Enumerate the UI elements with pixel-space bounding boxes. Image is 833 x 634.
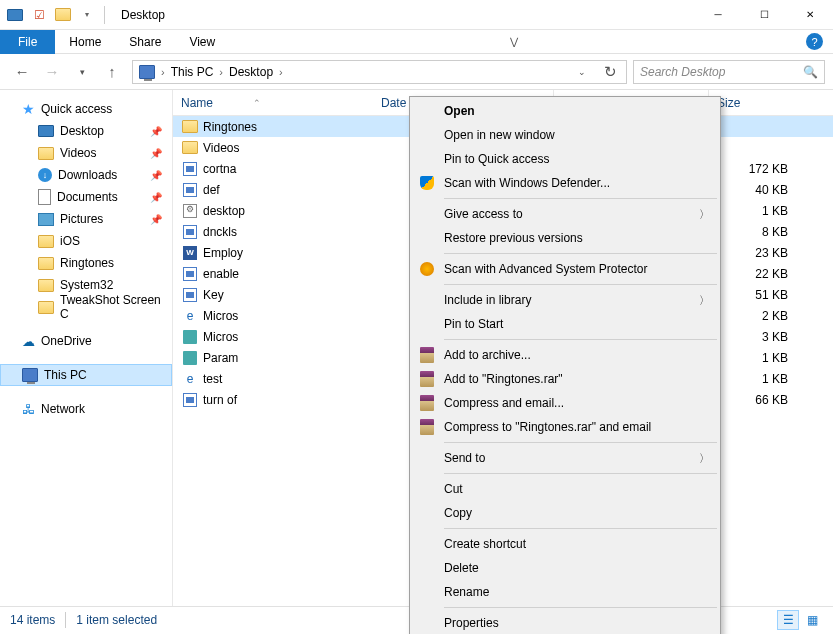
cm-add-ringtones-rar[interactable]: Add to "Ringtones.rar": [412, 367, 718, 391]
cm-open-new-window[interactable]: Open in new window: [412, 123, 718, 147]
crumb-icon[interactable]: [135, 65, 159, 79]
ribbon-expand-icon[interactable]: ⋁: [510, 36, 518, 47]
forward-button[interactable]: →: [38, 60, 66, 84]
cm-create-shortcut[interactable]: Create shortcut: [412, 532, 718, 556]
pin-icon: 📌: [150, 192, 162, 203]
cm-scan-defender[interactable]: Scan with Windows Defender...: [412, 171, 718, 195]
file-name: Micros: [203, 309, 373, 323]
qat-newfolder-icon[interactable]: [52, 4, 74, 26]
sidebar-this-pc[interactable]: This PC: [0, 364, 172, 386]
file-name: desktop: [203, 204, 373, 218]
file-icon: [181, 203, 199, 219]
pin-icon: 📌: [150, 148, 162, 159]
file-icon: e: [181, 308, 199, 324]
cm-open[interactable]: Open: [412, 99, 718, 123]
file-name: cortna: [203, 162, 373, 176]
search-input[interactable]: Search Desktop 🔍: [633, 60, 825, 84]
cm-scan-asp[interactable]: Scan with Advanced System Protector: [412, 257, 718, 281]
sidebar-item-ios[interactable]: iOS: [0, 230, 172, 252]
tab-view[interactable]: View: [175, 30, 229, 54]
help-icon[interactable]: ?: [806, 33, 823, 50]
sidebar-network[interactable]: 🖧 Network: [0, 398, 172, 420]
cm-restore-versions[interactable]: Restore previous versions: [412, 226, 718, 250]
sidebar-item-downloads[interactable]: ↓Downloads📌: [0, 164, 172, 186]
ribbon: File Home Share View ⋁ ?: [0, 30, 833, 54]
sidebar-item-documents[interactable]: Documents📌: [0, 186, 172, 208]
column-size[interactable]: Size: [708, 90, 808, 115]
cm-add-archive[interactable]: Add to archive...: [412, 343, 718, 367]
column-name[interactable]: Name⌃: [173, 96, 373, 110]
back-button[interactable]: ←: [8, 60, 36, 84]
file-name: Param: [203, 351, 373, 365]
recent-dropdown[interactable]: ▾: [68, 60, 96, 84]
cm-rename[interactable]: Rename: [412, 580, 718, 604]
file-icon: [181, 182, 199, 198]
view-icons-button[interactable]: ▦: [801, 610, 823, 630]
file-name: enable: [203, 267, 373, 281]
cm-pin-start[interactable]: Pin to Start: [412, 312, 718, 336]
separator: [444, 339, 717, 340]
sidebar-item-videos[interactable]: Videos📌: [0, 142, 172, 164]
up-button[interactable]: ↑: [98, 60, 126, 84]
cm-delete[interactable]: Delete: [412, 556, 718, 580]
sidebar-onedrive[interactable]: ☁ OneDrive: [0, 330, 172, 352]
star-icon: ★: [22, 101, 35, 117]
tab-home[interactable]: Home: [55, 30, 115, 54]
separator: [444, 442, 717, 443]
cm-properties[interactable]: Properties: [412, 611, 718, 634]
separator: [444, 473, 717, 474]
defender-icon: [418, 174, 436, 192]
cm-compress-rar-email[interactable]: Compress to "Ringtones.rar" and email: [412, 415, 718, 439]
chevron-right-icon[interactable]: ›: [217, 66, 225, 78]
file-icon: [181, 224, 199, 240]
file-name: Employ: [203, 246, 373, 260]
file-icon: [181, 266, 199, 282]
separator: [444, 528, 717, 529]
address-dropdown-icon[interactable]: ⌄: [568, 60, 596, 84]
view-details-button[interactable]: ☰: [777, 610, 799, 630]
address-bar[interactable]: › This PC › Desktop › ⌄ ↻: [132, 60, 627, 84]
sidebar-quick-access[interactable]: ★ Quick access: [0, 98, 172, 120]
cm-cut[interactable]: Cut: [412, 477, 718, 501]
chevron-right-icon[interactable]: ›: [159, 66, 167, 78]
cm-send-to[interactable]: Send to〉: [412, 446, 718, 470]
sidebar-item-ringtones[interactable]: Ringtones: [0, 252, 172, 274]
file-name: turn of: [203, 393, 373, 407]
cm-include-library[interactable]: Include in library〉: [412, 288, 718, 312]
sidebar-item-tweakshot-screen-c[interactable]: TweakShot Screen C: [0, 296, 172, 318]
status-item-count: 14 items: [10, 613, 55, 627]
file-icon: [181, 392, 199, 408]
file-icon: [181, 140, 199, 156]
sidebar-item-pictures[interactable]: Pictures📌: [0, 208, 172, 230]
cm-pin-quick-access[interactable]: Pin to Quick access: [412, 147, 718, 171]
cm-give-access[interactable]: Give access to〉: [412, 202, 718, 226]
file-icon: [181, 119, 199, 135]
search-icon[interactable]: 🔍: [803, 65, 818, 79]
sidebar-item-desktop[interactable]: Desktop📌: [0, 120, 172, 142]
qat-dropdown-icon[interactable]: ▾: [76, 4, 98, 26]
separator: [444, 607, 717, 608]
crumb-desktop[interactable]: Desktop: [225, 65, 277, 79]
cm-compress-email[interactable]: Compress and email...: [412, 391, 718, 415]
file-name: test: [203, 372, 373, 386]
minimize-button[interactable]: ─: [695, 0, 741, 30]
sort-asc-icon: ⌃: [253, 98, 261, 108]
separator: [444, 284, 717, 285]
rar-icon: [418, 370, 436, 388]
qat-properties-icon[interactable]: ☑: [28, 4, 50, 26]
title-bar: ☑ ▾ Desktop ─ ☐ ✕: [0, 0, 833, 30]
asp-icon: [418, 260, 436, 278]
crumb-this-pc[interactable]: This PC: [167, 65, 218, 79]
chevron-right-icon[interactable]: ›: [277, 66, 285, 78]
sidebar: ★ Quick access Desktop📌Videos📌↓Downloads…: [0, 90, 173, 606]
tab-file[interactable]: File: [0, 30, 55, 54]
tab-share[interactable]: Share: [115, 30, 175, 54]
cm-copy[interactable]: Copy: [412, 501, 718, 525]
close-button[interactable]: ✕: [787, 0, 833, 30]
refresh-icon[interactable]: ↻: [596, 60, 624, 84]
file-name: Videos: [203, 141, 373, 155]
separator: [444, 253, 717, 254]
cloud-icon: ☁: [22, 334, 35, 349]
file-icon: W: [181, 245, 199, 261]
maximize-button[interactable]: ☐: [741, 0, 787, 30]
